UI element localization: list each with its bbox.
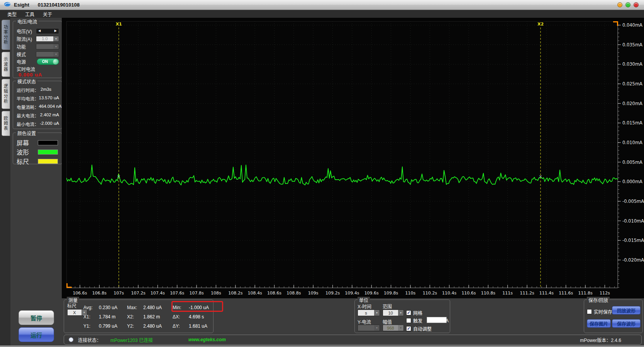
chevron-down-icon[interactable]: ▾ — [374, 310, 380, 316]
version-label: mPower版本：2.4.6 — [580, 337, 621, 343]
svg-text:0.015mA: 0.015mA — [622, 120, 642, 126]
waveform-color-swatch[interactable] — [38, 150, 58, 155]
run-button[interactable]: 运行 — [19, 327, 54, 342]
current-limit-select[interactable]: 1.0 ▾ — [36, 36, 59, 42]
power-toggle[interactable]: ON — [37, 58, 59, 65]
tab-logic-analysis[interactable]: 逻辑分析 — [2, 79, 10, 109]
svg-text:0.030mA: 0.030mA — [622, 61, 642, 67]
screen-color-swatch[interactable] — [38, 140, 58, 145]
voltage-next-icon[interactable]: ▶ — [54, 29, 57, 32]
stat-dx-value: 4.698 s — [189, 314, 222, 320]
waveform-chart[interactable]: 106.6s106.8s107s107.2s107.4s107.6s107.8s… — [62, 18, 644, 298]
min-current-value: -2.000 uA — [40, 121, 59, 127]
stat-x2-value: 1.862 m — [143, 314, 173, 320]
trigger-checkbox-label: 触发 — [413, 317, 422, 324]
close-icon[interactable] — [634, 2, 639, 7]
tab-ohmmeter[interactable]: 欧姆表 — [2, 111, 10, 136]
svg-text:107.4s: 107.4s — [151, 291, 165, 296]
svg-text:111s: 111s — [502, 291, 513, 296]
svg-text:106.8s: 106.8s — [92, 291, 107, 296]
svg-text:0.005mA: 0.005mA — [622, 160, 642, 165]
consumption-value: 464.004 nAh — [39, 104, 64, 110]
realtime-current-label: 实时电流 — [17, 66, 35, 72]
svg-text:107.2s: 107.2s — [131, 291, 145, 296]
minimize-icon[interactable] — [617, 2, 622, 7]
stat-x2-label: X2: — [127, 314, 143, 320]
menu-tools[interactable]: 工具 — [21, 11, 39, 17]
function-select[interactable]: ▾ — [36, 44, 59, 49]
status-bar: 连接状态： mPower1203 已连接 www.egteks.com mPow… — [64, 335, 642, 345]
voltage-stepper[interactable]: ◀ ▶ — [36, 28, 59, 34]
svg-text:0.000mA: 0.000mA — [622, 179, 642, 184]
svg-text:107s: 107s — [114, 291, 124, 296]
svg-text:-0.005mA: -0.005mA — [622, 199, 644, 204]
trigger-checkbox[interactable]: ✓ — [406, 318, 411, 323]
svg-text:106.6s: 106.6s — [73, 291, 87, 296]
svg-text:111.6s: 111.6s — [559, 291, 573, 296]
chevron-down-icon[interactable]: ▾ — [398, 310, 403, 316]
mode-status-group: 模式状态 运行时间：2m3s 平均电流：13.570 uA 电量消耗：464.0… — [13, 81, 62, 129]
x-time-select[interactable]: s ▾ — [358, 310, 380, 316]
ruler-color-swatch[interactable] — [38, 159, 58, 164]
color-settings-title: 颜色设置 — [16, 130, 37, 136]
current-limit-label: 限流(A) — [17, 36, 32, 42]
tab-power-analysis[interactable]: 功率分析 — [2, 20, 10, 50]
chevron-down-icon[interactable]: ▾ — [53, 52, 59, 57]
voltage-prev-icon[interactable]: ◀ — [38, 29, 41, 32]
save-waveform-button[interactable]: 保存波形 — [612, 319, 641, 328]
y-current-select[interactable]: ▾ — [358, 325, 380, 331]
svg-text:108.8s: 108.8s — [286, 291, 301, 296]
stat-avg-label: Avg: — [83, 305, 99, 310]
tab-oscilloscope[interactable]: 示波器 — [2, 52, 10, 77]
device-connection-status: mPower1203 已连接 — [110, 337, 153, 343]
color-settings-group: 颜色设置 屏幕 波形 标尺 — [13, 133, 62, 164]
menu-type[interactable]: 类型 — [3, 11, 21, 17]
mode-label: 模式 — [17, 51, 26, 58]
auto-adjust-checkbox[interactable]: ✓ — [406, 326, 411, 331]
grid-checkbox[interactable]: ✓ — [406, 310, 411, 315]
svg-text:-0.020mA: -0.020mA — [622, 257, 644, 263]
svg-text:108.2s: 108.2s — [228, 291, 242, 296]
runtime-value: 2m3s — [41, 87, 51, 93]
y-current-label: Y-电流 — [358, 318, 371, 325]
svg-text:0.020mA: 0.020mA — [622, 101, 642, 106]
chevron-down-icon[interactable]: ▾ — [53, 36, 59, 41]
svg-text:109.2s: 109.2s — [325, 291, 340, 296]
stat-y1-label: Y1: — [83, 323, 99, 329]
range-select[interactable]: 10 ▾ — [383, 310, 404, 316]
website-link[interactable]: www.egteks.com — [188, 337, 226, 342]
replay-waveform-button[interactable]: 回放波形 — [612, 306, 641, 315]
menu-about[interactable]: 关于 — [39, 11, 56, 17]
realtime-current-value: 0.000 uA — [19, 72, 42, 78]
maximize-icon[interactable] — [625, 2, 630, 7]
voltage-current-group: 电压/电流 电压(V) ◀ ▶ 限流(A) 1.0 ▾ 功能 ▾ — [13, 21, 62, 78]
save-image-button[interactable]: 保存图片 — [587, 319, 611, 328]
screen-color-label: 屏幕 — [17, 138, 29, 147]
svg-text:-0.015mA: -0.015mA — [622, 238, 644, 243]
app-logo-icon — [4, 2, 11, 9]
pause-button[interactable]: 暂停 — [19, 310, 54, 325]
svg-text:0.040mA: 0.040mA — [622, 22, 642, 28]
svg-text:110.8s: 110.8s — [481, 291, 495, 296]
svg-text:110.2s: 110.2s — [423, 291, 437, 296]
control-sidebar: 电压/电流 电压(V) ◀ ▶ 限流(A) 1.0 ▾ 功能 ▾ — [10, 18, 63, 298]
amplitude-select[interactable]: 968 ▾ — [383, 325, 404, 331]
app-window: Esight 013210419010108 类型 工具 关于 功率分析 示波器… — [0, 0, 644, 347]
max-current-label: 最大电流： — [17, 112, 40, 119]
waveform-plot[interactable]: 106.6s106.8s107s107.2s107.4s107.6s107.8s… — [66, 21, 644, 302]
svg-text:108s: 108s — [211, 291, 221, 296]
svg-text:110s: 110s — [405, 291, 416, 296]
realtime-save-checkbox[interactable]: ✓ — [587, 309, 592, 314]
ruler-color-label: 标尺 — [17, 156, 29, 166]
svg-text:109.6s: 109.6s — [364, 291, 379, 296]
chevron-down-icon[interactable]: ▾ — [398, 325, 403, 331]
mode-status-title: 模式状态 — [16, 78, 37, 85]
stat-min-value: -1.000 uA — [189, 305, 222, 310]
chevron-down-icon[interactable]: ▾ — [53, 44, 59, 49]
avg-current-value: 13.570 uA — [39, 95, 59, 102]
min-current-label: 最小电流： — [17, 121, 40, 127]
svg-text:111.4s: 111.4s — [539, 291, 554, 296]
menu-bar: 类型 工具 关于 — [0, 10, 644, 18]
chevron-down-icon[interactable]: ▾ — [374, 325, 380, 331]
mode-select[interactable]: ▾ — [36, 51, 59, 57]
